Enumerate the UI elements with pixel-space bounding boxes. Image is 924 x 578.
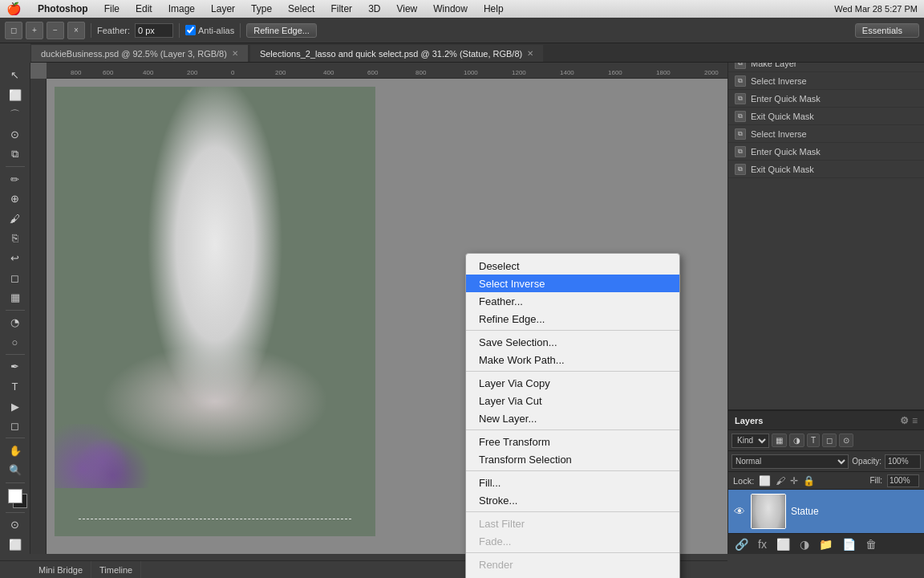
refine-edge-button[interactable]: Refine Edge... [246, 23, 317, 38]
screen-mode-toggle[interactable]: ⬜ [6, 535, 25, 554]
layer-link-icon[interactable]: 🔗 [732, 538, 752, 551]
ctx-new-layer[interactable]: New Layer... [466, 409, 679, 427]
lock-paint-icon[interactable]: 🖌 [776, 475, 785, 486]
pen-tool[interactable]: ✒ [6, 357, 25, 377]
tab-close-selections[interactable]: ✕ [527, 49, 533, 58]
layer-group-icon[interactable]: 📁 [816, 538, 836, 551]
tool-mode-intersect[interactable]: × [67, 22, 85, 39]
fill-input[interactable] [887, 474, 919, 487]
new-layer-icon[interactable]: 📄 [839, 538, 859, 551]
blend-mode-select[interactable]: Normal [732, 454, 849, 469]
menu-edit[interactable]: Edit [132, 3, 156, 14]
dodge-tool[interactable]: ○ [6, 332, 25, 352]
ctx-layer-via-cut[interactable]: Layer Via Cut [466, 392, 679, 409]
ctx-fill[interactable]: Fill... [466, 474, 679, 491]
ctx-transform-selection[interactable]: Transform Selection [466, 450, 679, 468]
marquee-tool[interactable]: ⬜ [6, 86, 25, 105]
antialias-checkbox-wrap[interactable]: Anti-alias [185, 25, 234, 35]
lasso-tool[interactable]: ⌒ [6, 105, 25, 124]
history-item[interactable]: ⧉ Select Inverse [728, 72, 924, 90]
ctx-refine-edge[interactable]: Refine Edge... [466, 310, 679, 328]
layer-visibility-toggle[interactable]: 👁 [733, 505, 746, 518]
history-item[interactable]: ⧉ Exit Quick Mask [728, 108, 924, 125]
opacity-input[interactable] [885, 454, 921, 469]
layer-fx-icon[interactable]: fx [755, 538, 770, 551]
quick-mask-toggle[interactable]: ⊙ [6, 515, 25, 535]
filter-shape-icon[interactable]: ◻ [822, 434, 837, 447]
clone-tool[interactable]: ⎘ [6, 229, 25, 248]
eyedropper-tool[interactable]: ✏ [6, 169, 25, 189]
filter-adjust-icon[interactable]: ◑ [789, 434, 804, 447]
ctx-save-selection[interactable]: Save Selection... [466, 333, 679, 351]
layer-statue[interactable]: 👁 Statue [728, 490, 924, 533]
path-select-tool[interactable]: ▶ [6, 397, 25, 416]
crop-tool[interactable]: ⧉ [6, 145, 25, 165]
ctx-free-transform[interactable]: Free Transform [466, 433, 679, 450]
ctx-feather[interactable]: Feather... [466, 292, 679, 310]
menu-photoshop[interactable]: Photoshop [34, 3, 91, 14]
tool-mode-subtract[interactable]: − [47, 22, 64, 39]
layer-adjustment-icon[interactable]: ◑ [796, 538, 813, 551]
fill-label: Fill: [869, 476, 882, 485]
history-brush-tool[interactable]: ↩ [6, 249, 25, 268]
menu-filter[interactable]: Filter [327, 3, 355, 14]
menu-view[interactable]: View [393, 3, 420, 14]
menu-3d[interactable]: 3D [365, 3, 383, 14]
layers-lock-bar: Lock: ⬜ 🖌 ✛ 🔒 Fill: [728, 472, 924, 490]
eraser-tool[interactable]: ◻ [6, 268, 25, 287]
menu-layer[interactable]: Layer [208, 3, 238, 14]
menu-select[interactable]: Select [285, 3, 318, 14]
move-tool[interactable]: ↖ [6, 66, 25, 85]
tab-selections[interactable]: Selections_2_lasso and quick select.psd … [249, 44, 544, 62]
timeline-tab[interactable]: Timeline [91, 561, 141, 578]
delete-layer-icon[interactable]: 🗑 [862, 538, 880, 551]
filter-pixel-icon[interactable]: ▦ [772, 434, 787, 447]
history-item[interactable]: ⧉ Exit Quick Mask [728, 161, 924, 178]
layers-kind-select[interactable]: Kind [732, 434, 769, 448]
menu-window[interactable]: Window [430, 3, 471, 14]
lock-transparent-icon[interactable]: ⬜ [759, 475, 771, 486]
ctx-stroke[interactable]: Stroke... [466, 491, 679, 509]
text-tool[interactable]: T [6, 377, 25, 397]
lock-all-icon[interactable]: 🔒 [803, 475, 815, 486]
layers-title: Layers [735, 416, 763, 425]
ctx-make-work-path[interactable]: Make Work Path... [466, 351, 679, 368]
mini-bridge-tab[interactable]: Mini Bridge [30, 561, 91, 578]
layers-panel-options[interactable]: ⚙ [900, 415, 909, 426]
brush-tool[interactable]: 🖌 [6, 209, 25, 228]
foreground-color-swatch[interactable] [8, 489, 22, 503]
menu-type[interactable]: Type [248, 3, 275, 14]
history-item[interactable]: ⧉ Enter Quick Mask [728, 143, 924, 161]
menu-help[interactable]: Help [480, 3, 507, 14]
apple-menu[interactable]: 🍎 [6, 2, 22, 16]
shape-tool[interactable]: ◻ [6, 417, 25, 436]
filter-type-icon[interactable]: T [807, 434, 820, 447]
menu-image[interactable]: Image [165, 3, 198, 14]
lock-move-icon[interactable]: ✛ [790, 475, 798, 486]
blur-tool[interactable]: ◔ [6, 313, 25, 332]
tab-close-duckie[interactable]: ✕ [232, 49, 238, 58]
history-item[interactable]: ⧉ Select Inverse [728, 125, 924, 143]
hand-tool[interactable]: ✋ [6, 441, 25, 460]
tool-mode-new[interactable]: ◻ [5, 22, 22, 39]
filter-smart-icon[interactable]: ⊙ [839, 434, 853, 447]
history-item[interactable]: ⧉ Enter Quick Mask [728, 90, 924, 108]
gradient-tool[interactable]: ▦ [6, 288, 25, 307]
tool-mode-add[interactable]: + [26, 22, 43, 39]
ctx-layer-via-copy[interactable]: Layer Via Copy [466, 374, 679, 392]
ctx-deselect[interactable]: Deselect [466, 257, 679, 275]
document-canvas[interactable] [55, 87, 375, 536]
quick-select-tool[interactable]: ⊙ [6, 125, 25, 144]
datetime-display: Wed Mar 28 5:27 PM [834, 4, 918, 14]
workspace-selector[interactable]: Essentials [855, 23, 919, 38]
zoom-tool[interactable]: 🔍 [6, 461, 25, 480]
feather-input[interactable] [135, 23, 173, 38]
healing-tool[interactable]: ⊕ [6, 189, 25, 209]
layers-panel-menu[interactable]: ≡ [912, 415, 918, 426]
ctx-select-inverse[interactable]: Select Inverse [466, 275, 679, 292]
layer-mask-icon[interactable]: ⬜ [773, 538, 793, 551]
ctx-new-3d-extrusion[interactable]: New 3D Extrusion from Current Selection [466, 573, 679, 578]
menu-file[interactable]: File [101, 3, 123, 14]
antialias-checkbox[interactable] [185, 25, 196, 35]
tab-duckie[interactable]: duckieBusiness.psd @ 92.5% (Layer 3, RGB… [30, 44, 249, 62]
